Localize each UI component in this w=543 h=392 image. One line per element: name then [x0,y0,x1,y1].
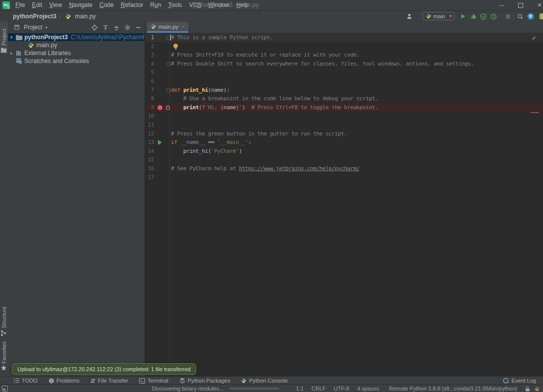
project-folder-icon[interactable] [1,48,7,54]
toolwindow-todo[interactable]: TODO [14,378,38,384]
caret-position-widget[interactable]: 1:1 [296,386,304,392]
encoding-widget[interactable]: UTF-8 [334,386,349,392]
upload-notification[interactable]: Upload to ufyilmaz@172.20.242.112:22 (3)… [12,363,196,375]
tree-row-project-root[interactable]: ▾ pythonProject3 C:\Users\ufyilmaz\Pycha… [8,33,145,41]
code-line-13[interactable]: 13if __name__ == '__main__': [145,138,543,147]
line-number[interactable]: 9 [145,104,154,111]
tab-close-icon[interactable]: × [182,24,184,29]
settings-gear-icon[interactable] [124,24,131,31]
line-separator-widget[interactable]: CRLF [311,386,326,392]
readonly-lock-icon[interactable] [525,386,530,392]
toolwindow-terminal[interactable]: Terminal [139,378,168,384]
project-panel-title[interactable]: Project [24,24,42,31]
editor-tab-main-py[interactable]: main.py × [147,22,188,33]
code-line-15[interactable]: 15 [145,155,543,164]
tree-row-main-py[interactable]: main.py [8,41,145,49]
code-line-11[interactable]: 11 [145,121,543,130]
deployment-user-icon[interactable] [405,12,413,20]
inspections-hector-icon[interactable] [534,386,540,392]
interpreter-widget[interactable]: Remote Python 3.8.8 (sft...conda/3.21.05… [389,386,517,392]
toolwindow-problems[interactable]: Problems [49,378,79,384]
minimize-button[interactable]: — [498,0,506,10]
intention-bulb-icon[interactable] [173,44,178,48]
chevron-right-icon[interactable]: ▸ [8,51,15,56]
line-number[interactable]: 1 [145,34,154,41]
stripe-tab-favorites[interactable]: Favorites [1,341,7,364]
line-number[interactable]: 2 [145,43,154,50]
line-number[interactable]: 14 [145,148,154,154]
code-line-7[interactable]: 7def print_hi(name): [145,86,543,95]
menu-tools[interactable]: Tools [164,0,185,10]
run-with-coverage-button[interactable] [479,12,487,20]
debug-button[interactable] [469,12,477,20]
favorites-star-icon[interactable] [1,365,7,371]
toolwindow-switcher-icon[interactable] [2,386,8,392]
stripe-tab-project[interactable]: Project [1,29,7,46]
toolwindow-python-packages[interactable]: Python Packages [179,378,231,384]
toolwindow-file-transfer[interactable]: File Transfer [90,378,128,384]
code-line-4[interactable]: 4# Press Double Shift to search everywhe… [145,60,543,68]
code-line-3[interactable]: 3# Press Shift+F10 to execute it or repl… [145,51,543,60]
tree-row-external-libraries[interactable]: ▸ External Libraries [8,49,145,57]
maximize-button[interactable] [517,0,525,10]
line-number[interactable]: 11 [145,122,154,128]
code-line-1[interactable]: 1# This is a sample Python script. [145,33,543,42]
profiler-button[interactable] [489,12,497,20]
code-line-8[interactable]: 8 # Use a breakpoint in the code line be… [145,94,543,103]
line-number[interactable]: 17 [145,174,154,181]
code-line-2[interactable]: 2 [145,42,543,51]
line-number[interactable]: 7 [145,87,154,93]
breakpoint-icon[interactable] [157,105,162,110]
line-number[interactable]: 8 [145,95,154,102]
breadcrumb-file[interactable]: main.py [75,13,96,20]
structure-icon[interactable] [1,330,7,336]
menu-edit[interactable]: Edit [28,0,46,10]
expand-all-button[interactable] [102,24,109,31]
locate-file-button[interactable] [91,24,98,31]
menu-run[interactable]: Run [147,0,164,10]
code-line-12[interactable]: 12# Press the green button in the gutter… [145,130,543,138]
stripe-tab-structure[interactable]: Structure [1,306,7,328]
fold-marker-icon[interactable] [166,88,170,92]
close-button[interactable]: ✕ [536,0,543,10]
menu-file[interactable]: File [12,0,28,10]
code-line-14[interactable]: 14 print_hi('PyCharm') [145,147,543,156]
line-number[interactable]: 4 [145,61,154,67]
line-number[interactable]: 6 [145,78,154,84]
run-gutter-icon[interactable] [158,140,162,145]
menu-navigate[interactable]: Navigate [66,0,96,10]
run-configuration-select[interactable]: main ▾ [423,12,455,20]
code-line-17[interactable]: 17 [145,173,543,182]
fold-marker-icon[interactable] [166,62,170,66]
plugin-edge-icon[interactable] [539,12,543,20]
breadcrumb-project[interactable]: pythonProject3 [13,13,56,20]
code-line-5[interactable]: 5 [145,68,543,77]
line-number[interactable]: 15 [145,156,154,163]
collapse-all-button[interactable] [113,24,120,31]
ide-update-icon[interactable] [527,12,535,20]
run-button[interactable] [459,12,467,20]
line-number[interactable]: 3 [145,52,154,58]
search-everywhere-button[interactable] [516,12,524,20]
tree-row-scratches[interactable]: Scratches and Consoles [8,57,145,65]
code-line-6[interactable]: 6 [145,77,543,86]
code-line-16[interactable]: 16# See PyCharm help at https://www.jetb… [145,164,543,173]
project-view-dropdown-icon[interactable]: ▾ [45,25,47,30]
toolwindow-event-log[interactable]: Event Log [503,377,536,385]
line-number[interactable]: 12 [145,131,154,137]
line-number[interactable]: 13 [145,139,154,145]
error-stripe-breakpoint-mark[interactable] [531,112,539,113]
hide-panel-button[interactable] [135,24,142,31]
chevron-down-icon[interactable]: ▾ [8,35,15,40]
indent-widget[interactable]: 4 spaces [357,386,379,392]
inspection-ok-icon[interactable]: ✔ [532,35,537,42]
menu-view[interactable]: View [46,0,66,10]
code-editor[interactable]: 1# This is a sample Python script.23# Pr… [145,33,543,376]
line-number[interactable]: 10 [145,113,154,119]
code-line-10[interactable]: 10 [145,112,543,121]
code-line-9[interactable]: 9 print(f'Hi, {name}') # Press Ctrl+F8 t… [145,103,543,112]
line-number[interactable]: 16 [145,165,154,172]
stop-button[interactable] [504,12,512,20]
fold-marker-icon[interactable] [166,36,170,40]
menu-refactor[interactable]: Refactor [117,0,147,10]
